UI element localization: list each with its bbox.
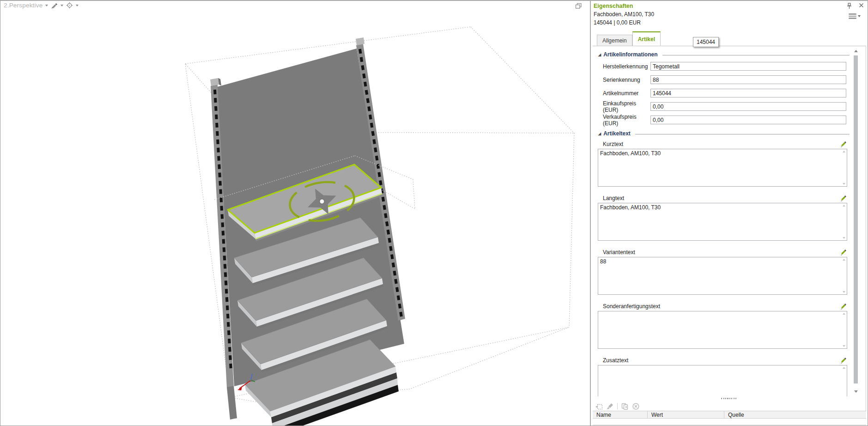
kurztext-label-row: Kurztext [603,141,847,147]
scroll-up-icon[interactable] [843,151,845,152]
shelf-scene [0,1,590,426]
sonderanfertigungstext-label-row: Sonderanfertigungstext [603,303,847,310]
crosshair-icon[interactable] [66,2,73,9]
paste-into-selection-icon[interactable] [595,402,603,410]
restore-window-icon[interactable] [575,3,582,11]
artikelnummer-input[interactable] [650,89,846,97]
column-header-wert[interactable]: Wert [648,411,724,418]
attributes-table-empty-area[interactable] [593,419,866,425]
collapse-triangle-icon[interactable]: ◢ [598,53,601,57]
field-row: Serienkennung [603,75,853,84]
toolbar-separator [617,403,618,409]
edit-pencil-icon[interactable] [840,303,847,310]
chevron-down-icon[interactable] [76,5,79,6]
left-leg [227,386,237,420]
field-row: Herstellerkennung [603,62,853,71]
column-header-name[interactable]: Name [593,411,648,418]
attributes-section: Name Wert Quelle [593,396,866,426]
chevron-down-icon[interactable] [45,5,48,6]
edit-pencil-icon[interactable] [840,195,847,202]
langtext-label-row: Langtext [603,195,847,201]
scroll-up-icon[interactable] [843,259,845,261]
serienkennung-label: Serienkennung [603,77,650,83]
verkaufspreis-input[interactable] [650,116,846,124]
einkaufspreis-input[interactable] [650,102,846,111]
section-artikelinformationen[interactable]: ◢ Artikelinformationen [598,51,850,58]
splitter-grip [721,398,738,399]
article-number-tooltip: 145044 [693,37,719,47]
scroll-down-icon[interactable] [843,345,845,347]
herstellerkennung-input[interactable] [650,62,846,71]
verkaufspreis-label: Verkaufspreis (EUR) [603,114,650,127]
serienkennung-input[interactable] [650,75,846,84]
variantentext-label-row: Variantentext [603,249,847,256]
collapse-triangle-icon[interactable]: ◢ [598,132,601,136]
scroll-down-icon[interactable] [843,237,845,239]
scrollbar-thumb[interactable] [854,55,858,383]
viewport-toolbar: 2.Perspektive [4,2,79,9]
artikelnummer-label: Artikelnummer [603,90,650,97]
scroll-down-icon[interactable] [843,291,845,293]
kurztext-textarea[interactable]: Fachboden, AM100, T30 [598,149,847,187]
scroll-up-icon[interactable] [843,367,845,369]
einkaufspreis-label: Einkaufspreis (EUR) [603,100,650,113]
selected-item-name: Fachboden, AM100, T30 [594,11,654,18]
scroll-down-icon[interactable] [843,183,845,185]
panel-inner-border [866,46,866,426]
tab-strip-divider [593,46,866,46]
column-header-quelle[interactable]: Quelle [724,411,866,418]
tab-strip: Allgemein Artikel [597,31,661,46]
sonderanfertigungstext-textarea[interactable] [598,311,847,349]
field-row: Verkaufspreis (EUR) [603,116,853,124]
menu-bars-icon[interactable] [849,12,861,20]
field-row: Artikelnummer [603,89,853,97]
zusatztext-label-row: Zusatztext [603,357,847,364]
edit-pencil-icon[interactable] [840,357,847,364]
scroll-up-icon[interactable] [854,50,858,52]
splitter-handle[interactable] [593,398,866,402]
brush-icon[interactable] [606,402,614,410]
selected-item-info: 145044 | 0,00 EUR [594,19,641,26]
panel-scrollbar[interactable] [853,46,859,396]
attributes-toolbar [593,402,866,411]
variantentext-textarea[interactable]: 88 [598,257,847,295]
panel-title: Eigenschaften [594,3,633,9]
copy-pages-icon[interactable] [621,402,629,410]
close-icon[interactable] [859,3,864,9]
section-rule [635,134,850,134]
pin-icon[interactable] [846,3,852,11]
view-name-label[interactable]: 2.Perspektive [4,2,42,9]
section-artikeltext[interactable]: ◢ Artikeltext [598,130,850,137]
3d-viewport[interactable]: 2.Perspektive [0,1,590,426]
scroll-down-icon[interactable] [854,390,858,393]
scroll-up-icon[interactable] [843,313,845,315]
pen-icon[interactable] [51,2,58,9]
application-window: 2.Perspektive [0,0,868,426]
circle-x-icon[interactable] [632,402,640,410]
shelf-unit[interactable] [210,37,405,426]
field-row: Einkaufspreis (EUR) [603,102,853,111]
chevron-down-icon [858,15,861,17]
properties-panel: Eigenschaften Fachboden, AM100, T30 1450… [590,1,868,426]
tab-allgemein[interactable]: Allgemein [597,35,632,46]
attributes-table-header: Name Wert Quelle [593,411,866,419]
langtext-textarea[interactable]: Fachboden, AM100, T30 [598,203,847,241]
scroll-up-icon[interactable] [843,205,845,207]
tab-artikel[interactable]: Artikel [632,31,661,46]
tab-page-artikel: ◢ Artikelinformationen Herstellerkennung… [593,46,853,396]
herstellerkennung-label: Herstellerkennung [603,63,650,70]
chevron-down-icon[interactable] [61,5,63,6]
zusatztext-textarea[interactable] [598,365,847,396]
section-rule [662,55,850,55]
edit-pencil-icon[interactable] [840,141,847,148]
edit-pencil-icon[interactable] [840,249,847,256]
